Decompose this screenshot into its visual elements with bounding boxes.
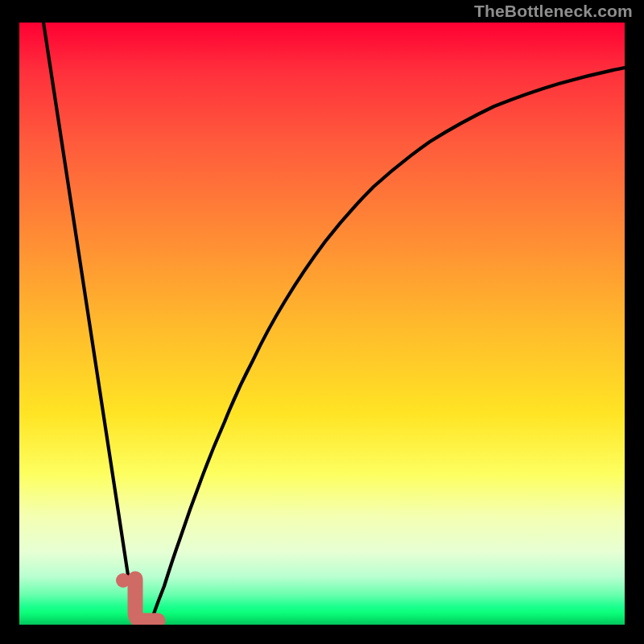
attribution-label: TheBottleneck.com [474, 2, 633, 21]
plot-area [19, 23, 625, 625]
chart-svg [19, 23, 625, 625]
marker-dot [116, 573, 130, 588]
marker-hook [135, 579, 158, 621]
curve-right-branch [152, 68, 625, 618]
curve-left-branch [43, 23, 134, 612]
chart-frame: TheBottleneck.com [0, 0, 644, 644]
